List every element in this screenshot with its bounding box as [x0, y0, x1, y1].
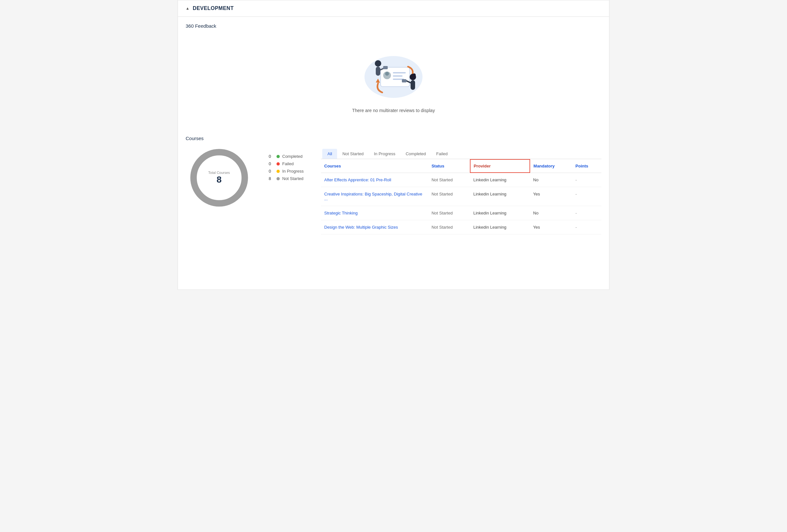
legend-item: 8 Not Started: [269, 176, 303, 181]
points-cell: -: [572, 220, 601, 235]
chart-row: Total Courses 8 0 Completed 0 Failed 0 I…: [190, 149, 303, 207]
th-status: Status: [428, 159, 470, 173]
feedback-label: 360 Feedback: [186, 23, 601, 29]
table-row: After Effects Apprentice: 01 Pre-Roll No…: [321, 173, 601, 187]
courses-label: Courses: [186, 132, 601, 141]
provider-cell: Linkedin Learning: [470, 220, 530, 235]
tab-completed[interactable]: Completed: [401, 149, 431, 159]
status-cell: Not Started: [428, 220, 470, 235]
tab-all[interactable]: All: [322, 149, 337, 159]
tab-failed[interactable]: Failed: [431, 149, 453, 159]
legend-label: In Progress: [282, 169, 303, 174]
status-cell: Not Started: [428, 187, 470, 206]
svg-rect-10: [383, 66, 388, 69]
table-row: Creative Inspirations: Big Spaceship, Di…: [321, 187, 601, 206]
mandatory-cell: No: [530, 173, 572, 187]
courses-table: Courses Status Provider Mandatory Points…: [321, 159, 601, 235]
mandatory-cell: Yes: [530, 220, 572, 235]
table-row: Strategic Thinking Not Started Linkedin …: [321, 206, 601, 220]
course-name-cell[interactable]: Design the Web: Multiple Graphic Sizes: [321, 220, 428, 235]
page-container: ▲ DEVELOPMENT 360 Feedback: [177, 0, 610, 290]
empty-state: There are no multirater reviews to displ…: [186, 38, 601, 126]
th-courses: Courses: [321, 159, 428, 173]
legend-count: 8: [269, 176, 274, 181]
course-name-cell[interactable]: Strategic Thinking: [321, 206, 428, 220]
svg-rect-16: [402, 79, 406, 83]
legend-item: 0 In Progress: [269, 169, 303, 174]
table-row: Design the Web: Multiple Graphic Sizes N…: [321, 220, 601, 235]
points-cell: -: [572, 206, 601, 220]
legend-count: 0: [269, 154, 274, 159]
legend-dot: [277, 170, 280, 173]
empty-text: There are no multirater reviews to displ…: [352, 108, 435, 113]
th-points: Points: [572, 159, 601, 173]
legend-count: 0: [269, 161, 274, 166]
svg-rect-5: [393, 75, 403, 76]
points-cell: -: [572, 187, 601, 206]
svg-point-17: [412, 73, 416, 76]
multirater-illustration: [358, 45, 429, 103]
legend-item: 0 Failed: [269, 161, 303, 166]
donut-total-value: 8: [208, 175, 230, 185]
course-name-cell[interactable]: Creative Inspirations: Big Spaceship, Di…: [321, 187, 428, 206]
section-title: DEVELOPMENT: [193, 5, 234, 11]
mandatory-cell: Yes: [530, 187, 572, 206]
legend-label: Not Started: [282, 176, 303, 181]
legend-label: Failed: [282, 161, 294, 166]
legend-dot: [277, 177, 280, 180]
mandatory-cell: No: [530, 206, 572, 220]
th-provider: Provider: [470, 159, 530, 173]
status-cell: Not Started: [428, 206, 470, 220]
provider-cell: Linkedin Learning: [470, 173, 530, 187]
status-cell: Not Started: [428, 173, 470, 187]
legend-count: 0: [269, 169, 274, 174]
collapse-chevron[interactable]: ▲: [186, 6, 190, 10]
legend-dot: [277, 155, 280, 158]
courses-section: Courses Total Courses 8: [178, 132, 609, 242]
tab-not-started[interactable]: Not Started: [337, 149, 369, 159]
legend-label: Completed: [282, 154, 303, 159]
donut-chart: Total Courses 8: [190, 149, 248, 207]
th-mandatory: Mandatory: [530, 159, 572, 173]
donut-total-label: Total Courses: [208, 171, 230, 175]
feedback-section: 360 Feedback: [178, 17, 609, 132]
points-cell: -: [572, 173, 601, 187]
tab-in-progress[interactable]: In Progress: [369, 149, 400, 159]
legend-item: 0 Completed: [269, 154, 303, 159]
course-name-cell[interactable]: After Effects Apprentice: 01 Pre-Roll: [321, 173, 428, 187]
legend-dot: [277, 162, 280, 165]
courses-layout: Total Courses 8 0 Completed 0 Failed 0 I…: [186, 149, 601, 235]
svg-rect-4: [393, 72, 406, 73]
svg-point-7: [375, 60, 381, 67]
provider-cell: Linkedin Learning: [470, 206, 530, 220]
courses-table-area: AllNot StartedIn ProgressCompletedFailed…: [321, 149, 601, 235]
svg-rect-14: [410, 80, 415, 90]
svg-point-3: [385, 72, 389, 76]
donut-center: Total Courses 8: [208, 171, 230, 185]
section-header: ▲ DEVELOPMENT: [178, 0, 609, 17]
chart-legend: 0 Completed 0 Failed 0 In Progress 8 Not…: [269, 154, 303, 181]
svg-rect-8: [376, 67, 380, 76]
chart-area: Total Courses 8 0 Completed 0 Failed 0 I…: [186, 149, 308, 207]
tabs-row: AllNot StartedIn ProgressCompletedFailed: [321, 149, 601, 159]
provider-cell: Linkedin Learning: [470, 187, 530, 206]
